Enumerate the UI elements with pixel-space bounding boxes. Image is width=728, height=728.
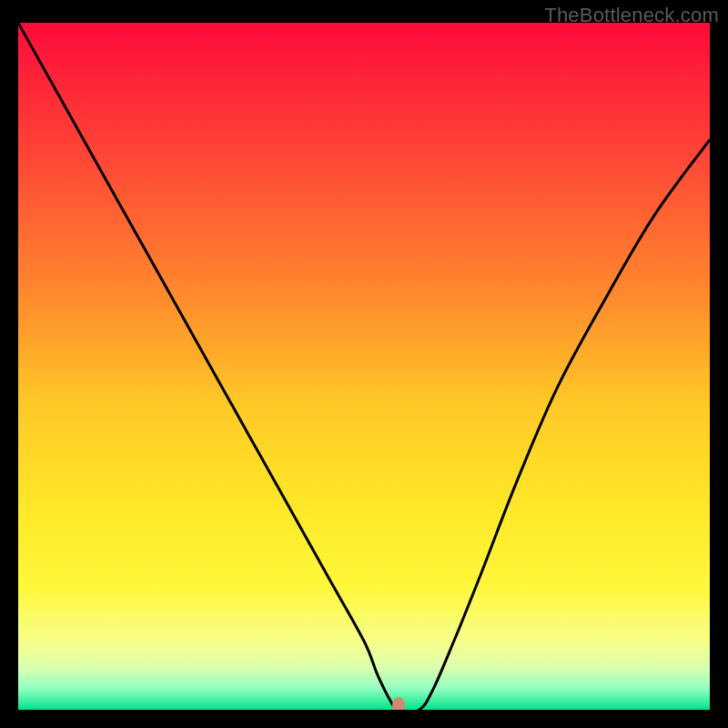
- watermark-text: TheBottleneck.com: [544, 4, 719, 27]
- chart-svg: [18, 23, 710, 710]
- chart-frame: TheBottleneck.com: [0, 0, 728, 728]
- gradient-background: [18, 23, 710, 710]
- plot-area: [18, 23, 710, 710]
